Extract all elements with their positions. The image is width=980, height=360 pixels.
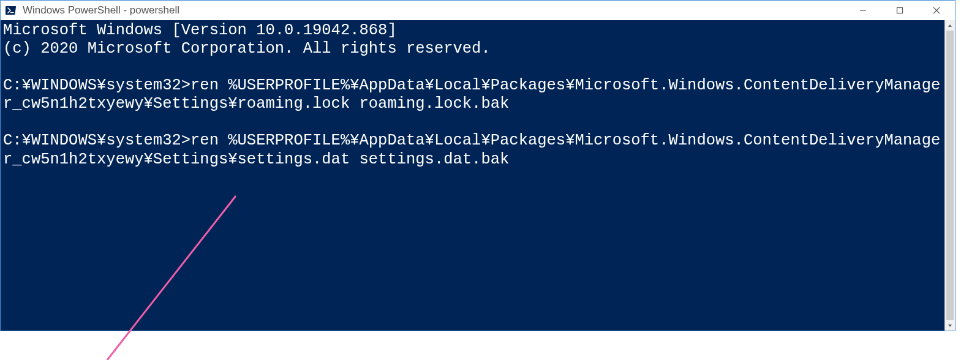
window-title: Windows PowerShell - powershell — [23, 4, 179, 17]
terminal-line — [3, 169, 942, 187]
svg-rect-1 — [897, 8, 903, 13]
maximize-button[interactable] — [881, 1, 918, 20]
terminal-output[interactable]: Microsoft Windows [Version 10.0.19042.86… — [1, 20, 944, 331]
client-area: Microsoft Windows [Version 10.0.19042.86… — [1, 20, 955, 331]
vertical-scrollbar[interactable] — [944, 20, 955, 331]
terminal-line — [3, 58, 942, 77]
terminal-line: C:¥WINDOWS¥system32>ren %USERPROFILE%¥Ap… — [3, 77, 942, 113]
scroll-down-arrow-icon[interactable] — [945, 320, 955, 331]
terminal-line: Microsoft Windows [Version 10.0.19042.86… — [3, 21, 942, 40]
minimize-button[interactable] — [845, 1, 881, 20]
powershell-icon — [6, 5, 17, 16]
titlebar[interactable]: Windows PowerShell - powershell — [1, 1, 955, 20]
terminal-line: C:¥WINDOWS¥system32>ren %USERPROFILE%¥Ap… — [3, 132, 942, 168]
powershell-window: Windows PowerShell - powershell Microsof… — [0, 0, 956, 331]
terminal-line: (c) 2020 Microsoft Corporation. All righ… — [3, 40, 942, 58]
scroll-thumb[interactable] — [946, 31, 954, 320]
scroll-track[interactable] — [945, 31, 955, 320]
window-controls — [845, 1, 955, 20]
scroll-up-arrow-icon[interactable] — [945, 20, 955, 31]
terminal-line — [3, 113, 942, 132]
close-button[interactable] — [918, 1, 955, 20]
